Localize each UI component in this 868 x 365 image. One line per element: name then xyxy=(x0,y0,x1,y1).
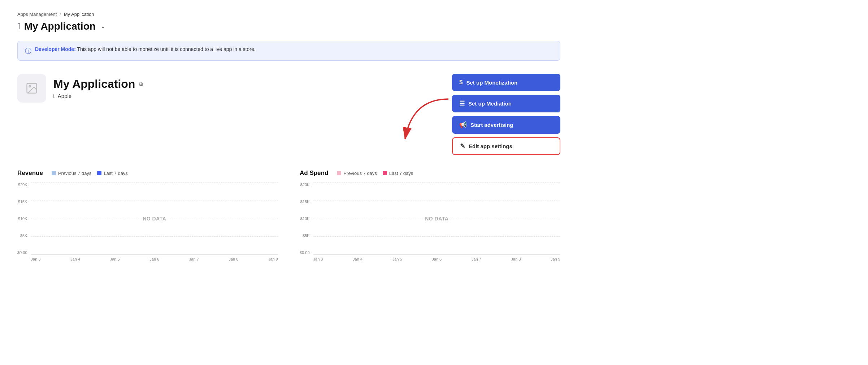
setup-monetization-button[interactable]: $ Set up Monetization xyxy=(452,74,560,91)
ad-x-jan4: Jan 4 xyxy=(353,257,363,261)
rev-x-jan4: Jan 4 xyxy=(70,257,80,261)
ad-spend-y-20k: $20K xyxy=(300,182,310,187)
layers-icon: ☰ xyxy=(459,100,465,107)
ad-spend-no-data: NO DATA xyxy=(425,216,448,222)
revenue-last-label: Last 7 days xyxy=(104,171,128,176)
ad-grid-line-1 xyxy=(313,182,560,183)
setup-mediation-label: Set up Mediation xyxy=(468,100,512,107)
revenue-chart-header: Revenue Previous 7 days Last 7 days xyxy=(17,169,278,177)
app-name-block: My Application ⧉  Apple xyxy=(53,77,143,99)
dev-banner-label: Developer Mode: xyxy=(35,46,76,52)
ad-grid-line-4 xyxy=(313,236,560,237)
rev-x-jan7: Jan 7 xyxy=(189,257,199,261)
app-name: My Application xyxy=(53,77,135,91)
revenue-prev-dot xyxy=(52,171,56,175)
info-icon: ⓘ xyxy=(25,47,31,55)
revenue-y-20k: $20K xyxy=(18,182,27,187)
revenue-last-legend: Last 7 days xyxy=(97,171,128,176)
megaphone-icon: 📢 xyxy=(459,121,467,129)
ad-spend-legend: Previous 7 days Last 7 days xyxy=(337,171,413,176)
ad-spend-y-15k: $15K xyxy=(300,199,310,204)
action-area: $ Set up Monetization ☰ Set up Mediation… xyxy=(452,74,560,155)
revenue-y-5k: $5K xyxy=(20,233,27,238)
ad-spend-prev-legend: Previous 7 days xyxy=(337,171,377,176)
revenue-chart-title: Revenue xyxy=(17,169,43,177)
app-info: My Application ⧉  Apple xyxy=(17,74,143,103)
dev-mode-banner: ⓘ Developer Mode: This app will not be a… xyxy=(17,41,560,61)
start-advertising-label: Start advertising xyxy=(470,122,513,128)
ad-spend-prev-label: Previous 7 days xyxy=(343,171,377,176)
edit-icon: ✎ xyxy=(460,142,465,150)
rev-x-jan5: Jan 5 xyxy=(110,257,120,261)
ad-x-jan8: Jan 8 xyxy=(511,257,521,261)
ad-spend-y-axis: $20K $15K $10K $5K $0.00 xyxy=(300,182,313,255)
ad-x-jan6: Jan 6 xyxy=(432,257,442,261)
ad-spend-chart-grid: NO DATA xyxy=(313,182,560,255)
grid-line-2 xyxy=(31,201,278,201)
revenue-prev-label: Previous 7 days xyxy=(58,171,92,176)
rev-x-jan9: Jan 9 xyxy=(268,257,278,261)
app-name-row: My Application ⧉ xyxy=(53,77,143,91)
ad-spend-x-axis: Jan 3 Jan 4 Jan 5 Jan 6 Jan 7 Jan 8 Jan … xyxy=(313,255,560,261)
ad-spend-chart-body: NO DATA Jan 3 Jan 4 Jan 5 Jan 6 Jan 7 Ja… xyxy=(313,182,560,261)
ad-spend-y-0: $0.00 xyxy=(300,250,310,255)
ad-spend-prev-dot xyxy=(337,171,341,175)
revenue-legend: Previous 7 days Last 7 days xyxy=(52,171,128,176)
ad-x-jan7: Jan 7 xyxy=(472,257,481,261)
dev-banner-message: This app will not be able to monetize un… xyxy=(77,46,255,52)
ad-spend-chart-title: Ad Spend xyxy=(300,169,328,177)
page-title: My Application xyxy=(24,21,96,32)
app-platform: Apple xyxy=(58,93,71,99)
start-advertising-button[interactable]: 📢 Start advertising xyxy=(452,116,560,134)
revenue-chart-area: $20K $15K $10K $5K $0.00 NO DATA xyxy=(17,182,278,261)
apple-icon:  xyxy=(17,22,21,31)
revenue-x-axis: Jan 3 Jan 4 Jan 5 Jan 6 Jan 7 Jan 8 Jan … xyxy=(31,255,278,261)
app-platform-row:  Apple xyxy=(53,93,143,99)
app-icon-placeholder xyxy=(17,74,46,103)
rev-x-jan8: Jan 8 xyxy=(229,257,238,261)
ad-spend-last-legend: Last 7 days xyxy=(383,171,413,176)
revenue-y-0: $0.00 xyxy=(17,250,27,255)
rev-x-jan3: Jan 3 xyxy=(31,257,41,261)
edit-app-settings-button[interactable]: ✎ Edit app settings xyxy=(452,137,560,155)
grid-line-1 xyxy=(31,182,278,183)
page-title-row:  My Application ⌄ xyxy=(17,21,560,32)
ad-spend-chart-area: $20K $15K $10K $5K $0.00 NO DATA xyxy=(300,182,560,261)
revenue-prev-legend: Previous 7 days xyxy=(52,171,92,176)
revenue-last-dot xyxy=(97,171,101,175)
breadcrumb: Apps Management / My Application xyxy=(17,12,560,17)
dev-banner-text: Developer Mode: This app will not be abl… xyxy=(35,46,256,52)
revenue-y-axis: $20K $15K $10K $5K $0.00 xyxy=(17,182,31,255)
annotation-arrow xyxy=(398,95,456,175)
external-link-icon[interactable]: ⧉ xyxy=(139,81,143,87)
breadcrumb-current: My Application xyxy=(64,12,94,17)
ad-spend-y-10k: $10K xyxy=(300,216,310,221)
action-buttons: $ Set up Monetization ☰ Set up Mediation… xyxy=(452,74,560,155)
rev-x-jan6: Jan 6 xyxy=(149,257,159,261)
revenue-no-data: NO DATA xyxy=(143,216,166,222)
dropdown-arrow-icon[interactable]: ⌄ xyxy=(101,23,105,29)
revenue-y-15k: $15K xyxy=(18,199,27,204)
setup-monetization-label: Set up Monetization xyxy=(466,80,517,86)
ad-spend-chart: Ad Spend Previous 7 days Last 7 days $20… xyxy=(300,169,560,261)
svg-point-1 xyxy=(29,86,31,87)
ad-x-jan9: Jan 9 xyxy=(551,257,560,261)
grid-line-4 xyxy=(31,236,278,237)
breadcrumb-parent[interactable]: Apps Management xyxy=(17,12,57,17)
charts-section: Revenue Previous 7 days Last 7 days $20K… xyxy=(17,169,560,261)
breadcrumb-separator: / xyxy=(60,12,61,17)
ad-spend-chart-header: Ad Spend Previous 7 days Last 7 days xyxy=(300,169,560,177)
revenue-chart: Revenue Previous 7 days Last 7 days $20K… xyxy=(17,169,278,261)
ad-spend-last-label: Last 7 days xyxy=(389,171,413,176)
revenue-y-10k: $10K xyxy=(18,216,27,221)
dollar-icon: $ xyxy=(459,79,463,86)
app-header: My Application ⧉  Apple xyxy=(17,74,560,155)
revenue-chart-grid: NO DATA xyxy=(31,182,278,255)
ad-grid-line-2 xyxy=(313,201,560,201)
setup-mediation-button[interactable]: ☰ Set up Mediation xyxy=(452,95,560,112)
ad-spend-last-dot xyxy=(383,171,387,175)
apple-platform-icon:  xyxy=(53,93,56,99)
ad-x-jan3: Jan 3 xyxy=(313,257,323,261)
edit-app-settings-label: Edit app settings xyxy=(469,143,512,149)
ad-x-jan5: Jan 5 xyxy=(392,257,402,261)
